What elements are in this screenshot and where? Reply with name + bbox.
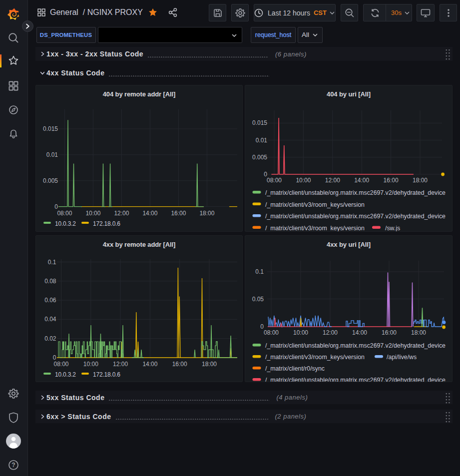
svg-text:10:00: 10:00 — [85, 210, 100, 217]
svg-text:18:00: 18:00 — [202, 361, 217, 368]
svg-text:08:00: 08:00 — [57, 210, 72, 217]
svg-text:0.1: 0.1 — [255, 268, 264, 275]
svg-text:14:00: 14:00 — [352, 329, 367, 336]
svg-text:16:00: 16:00 — [382, 329, 397, 336]
svg-text:/_matrix/client/v3/room_keys/v: /_matrix/client/v3/room_keys/version — [265, 354, 365, 361]
svg-text:0.005: 0.005 — [43, 177, 58, 184]
svg-text:08:00: 08:00 — [267, 177, 282, 184]
svg-text:12:00: 12:00 — [113, 361, 128, 368]
svg-text:172.18.0.6: 172.18.0.6 — [93, 220, 120, 227]
svg-text:/sw.js: /sw.js — [385, 225, 400, 232]
svg-text:0.04: 0.04 — [44, 316, 56, 323]
svg-text:/_matrix/client/v3/room_keys/v: /_matrix/client/v3/room_keys/version — [265, 225, 365, 232]
svg-text:/_matrix/client/v3/room_keys/v: /_matrix/client/v3/room_keys/version — [265, 201, 365, 208]
svg-text:18:00: 18:00 — [413, 177, 428, 184]
svg-text:0.05: 0.05 — [252, 296, 264, 303]
svg-text:0.02: 0.02 — [44, 335, 56, 342]
svg-text:0.015: 0.015 — [43, 125, 58, 132]
svg-text:/_matrix/client/unstable/org.m: /_matrix/client/unstable/org.matrix.msc2… — [265, 342, 446, 349]
svg-text:/_matrix/client/unstable/org.m: /_matrix/client/unstable/org.matrix.msc2… — [265, 377, 446, 382]
svg-text:/_matrix/client/unstable/org.m: /_matrix/client/unstable/org.matrix.msc2… — [265, 213, 446, 220]
svg-text:12:00: 12:00 — [325, 177, 340, 184]
svg-text:12:00: 12:00 — [323, 329, 338, 336]
svg-text:0.01: 0.01 — [46, 151, 58, 158]
svg-text:08:00: 08:00 — [264, 329, 279, 336]
svg-text:0.08: 0.08 — [44, 278, 56, 285]
svg-text:18:00: 18:00 — [199, 210, 214, 217]
svg-text:?: ? — [11, 462, 15, 469]
svg-text:16:00: 16:00 — [384, 177, 399, 184]
svg-text:10:00: 10:00 — [293, 329, 308, 336]
svg-text:14:00: 14:00 — [142, 361, 157, 368]
svg-text:0.1: 0.1 — [48, 259, 56, 266]
svg-text:10.0.3.2: 10.0.3.2 — [55, 220, 76, 227]
svg-text:14:00: 14:00 — [354, 177, 369, 184]
svg-text:/_matrix/client/unstable/org.m: /_matrix/client/unstable/org.matrix.msc2… — [265, 189, 446, 196]
svg-text:10:00: 10:00 — [296, 177, 311, 184]
svg-text:16:00: 16:00 — [171, 210, 186, 217]
svg-text:0.06: 0.06 — [44, 297, 56, 304]
svg-text:18:00: 18:00 — [411, 329, 426, 336]
svg-text:0.015: 0.015 — [252, 119, 267, 126]
svg-text:0: 0 — [54, 203, 58, 210]
svg-text:12:00: 12:00 — [114, 210, 129, 217]
svg-text:0: 0 — [53, 354, 56, 361]
svg-text:16:00: 16:00 — [172, 361, 187, 368]
svg-text:0.005: 0.005 — [252, 154, 267, 161]
svg-text:/api/live/ws: /api/live/ws — [387, 354, 417, 361]
svg-text:08:00: 08:00 — [53, 361, 68, 368]
svg-text:10:00: 10:00 — [83, 361, 98, 368]
svg-text:0.01: 0.01 — [256, 137, 268, 144]
svg-text:10.0.3.2: 10.0.3.2 — [55, 371, 76, 378]
svg-text:172.18.0.6: 172.18.0.6 — [93, 371, 120, 378]
svg-text:14:00: 14:00 — [142, 210, 157, 217]
svg-text:/_matrix/client/r0/sync: /_matrix/client/r0/sync — [265, 365, 325, 372]
